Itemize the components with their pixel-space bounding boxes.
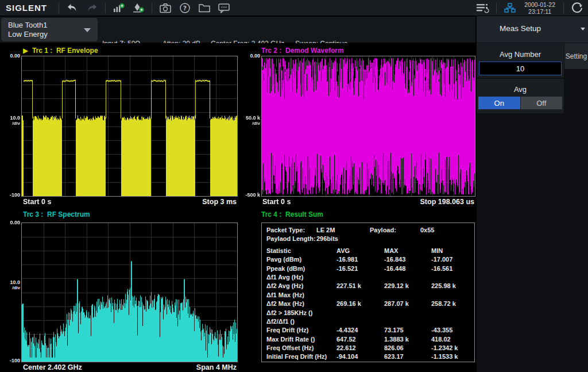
result-cell: -16.521 (336, 265, 358, 272)
meas-setup-panel: Meas Setup Avg Number 10 Avg On Off Sett… (477, 16, 588, 372)
result-cell: Packet Type: (266, 227, 305, 233)
avg-on-button[interactable]: On (478, 97, 520, 109)
result-cell: Statistic (266, 247, 291, 254)
measurement-header: Blue Tooth1 Low Energy Input Z: 50Ω Freq… (0, 17, 475, 43)
trc3-x-center: Center 2.402 GHz (23, 363, 82, 371)
result-cell: -1.2342 k (431, 344, 458, 351)
datetime: 2000-01-22 23:17:11 (524, 1, 555, 15)
help-icon[interactable]: ? (175, 1, 195, 15)
preset-list-icon[interactable] (473, 1, 493, 15)
undo-icon[interactable] (63, 1, 82, 15)
trc3-y-top: 0.00 (1, 220, 20, 225)
svg-text:?: ? (183, 5, 187, 12)
result-cell: 623.17 (384, 353, 404, 360)
result-row: StatisticAVGMAXMIN (262, 247, 474, 256)
analyzer-screen: SIGLENT ? (0, 0, 588, 372)
result-cell: Ppeak (dBm) (266, 265, 305, 272)
meas-setup-header: Meas Setup (477, 16, 588, 43)
result-row: Initial Freq Drift (Hz)-94.104623.17-1.1… (262, 353, 474, 362)
measurement-mode-dropdown[interactable]: Blue Tooth1 Low Energy (1, 18, 98, 41)
result-cell: MAX (384, 247, 398, 254)
result-cell: Δf1 Avg (Hz) (266, 274, 304, 281)
mode-line1: Blue Tooth1 (8, 21, 48, 30)
trc3-plot[interactable] (21, 223, 238, 362)
result-cell: -16.981 (336, 256, 358, 263)
message-icon[interactable] (214, 1, 234, 15)
result-cell: 647.52 (336, 336, 356, 343)
result-row: Max Drift Rate ()647.521.3883 k418.02 (262, 336, 474, 344)
trc2-y-bottom: -500 k (238, 193, 260, 198)
add-marker-icon[interactable] (129, 1, 148, 15)
chevron-down-icon (84, 28, 91, 32)
result-cell: -16.448 (384, 265, 405, 272)
avg-number-input[interactable]: 10 (479, 62, 562, 75)
trc1-y-bottom: -100 (1, 193, 20, 198)
folder-icon[interactable] (195, 1, 214, 15)
result-cell: 287.07 k (384, 300, 409, 307)
result-cell: Pavg (dBm) (266, 256, 301, 263)
add-trace-icon[interactable] (109, 1, 129, 15)
result-cell: 227.51 k (336, 282, 361, 289)
result-row: Δf2 Max (Hz)269.16 k287.07 k258.72 k (262, 300, 474, 309)
result-row: Paylaod Length:296bits (262, 235, 474, 244)
trc3-y-mid: 10.0/div (1, 280, 20, 290)
result-cell: 258.72 k (431, 300, 456, 307)
trc4-title[interactable]: Trc 4 : Result Sum (261, 210, 323, 218)
result-cell: -17.007 (431, 256, 452, 263)
trc1-title[interactable]: ▶ Trc 1 : RF Envelope (23, 47, 98, 55)
tab-setting[interactable]: Setting (564, 43, 588, 69)
mode-label: Blue Tooth1 Low Energy (1, 21, 48, 39)
camera-icon[interactable] (156, 1, 175, 15)
result-cell: AVG (336, 247, 350, 254)
avg-off-button[interactable]: Off (521, 97, 563, 109)
trc2-title[interactable]: Trc 2 : Demod Waveform (261, 47, 344, 55)
result-cell: 225.98 k (431, 282, 456, 289)
result-sum-table: Packet Type:LE 2MPayload:0x55Paylaod Len… (261, 223, 475, 362)
mode-line2: Low Energy (8, 30, 48, 39)
result-cell: -43.355 (431, 327, 452, 333)
avg-label: Avg (477, 79, 564, 94)
result-cell: 73.175 (384, 327, 404, 333)
result-cell: 826.06 (384, 344, 404, 351)
selected-trace-marker: ▶ (23, 47, 28, 55)
result-cell: 418.02 (431, 336, 451, 343)
top-toolbar: SIGLENT ? (0, 0, 588, 16)
result-cell: Freq Drift (Hz) (266, 327, 308, 333)
trc2-plot[interactable] (261, 56, 475, 197)
result-row: Ppeak (dBm)-16.521-16.448-16.561 (262, 265, 474, 274)
auto-tune-icon[interactable] (567, 1, 587, 15)
result-cell: Freq Offset (Hz) (266, 344, 314, 351)
chevron-down-icon[interactable] (581, 28, 585, 30)
avg-number-label: Avg Number (477, 43, 564, 59)
result-row: Packet Type:LE 2MPayload:0x55 (262, 227, 474, 235)
trc1-y-mid: 10.0/div (1, 116, 20, 126)
result-cell: 0x55 (420, 227, 434, 233)
result-row: Δf2 Avg (Hz)227.51 k229.12 k225.98 k (262, 282, 474, 291)
result-cell: MIN (431, 247, 443, 254)
trc3-title[interactable]: Trc 3 : RF Spectrum (23, 210, 90, 218)
time-label: 23:17:11 (524, 8, 555, 15)
toolbar-right: 2000-01-22 23:17:11 (473, 1, 588, 15)
result-cell: -16.843 (384, 256, 405, 263)
result-cell: Δf2/Δf1 () (266, 318, 295, 325)
trc1-y-top: 0.00 (1, 53, 20, 59)
trc1-plot[interactable] (21, 56, 238, 197)
redo-icon[interactable] (82, 1, 102, 15)
result-row: Δf1 Max (Hz) (262, 292, 474, 300)
trc1-x-stop: Stop 3 ms (161, 198, 237, 206)
trc3-y-bottom: -100 (1, 358, 20, 363)
network-icon[interactable] (500, 1, 520, 15)
result-cell: Max Drift Rate () (266, 336, 315, 343)
result-row: Freq Drift (Hz)-4.432473.175-43.355 (262, 327, 474, 335)
result-cell: -1.1533 k (431, 353, 458, 360)
avg-toggle: On Off (478, 97, 562, 109)
result-cell: 229.12 k (384, 282, 409, 289)
result-cell: -94.104 (336, 353, 358, 360)
trc2-x-start: Start 0 s (262, 198, 291, 206)
result-cell: Δf2 Avg (Hz) (266, 282, 304, 289)
result-cell: 269.16 k (336, 300, 361, 307)
result-row: Δf2 > 185KHz () (262, 309, 474, 318)
result-cell: Initial Freq Drift (Hz) (266, 353, 327, 360)
result-cell: LE 2M (316, 227, 335, 233)
result-cell: Paylaod Length: (266, 235, 316, 242)
